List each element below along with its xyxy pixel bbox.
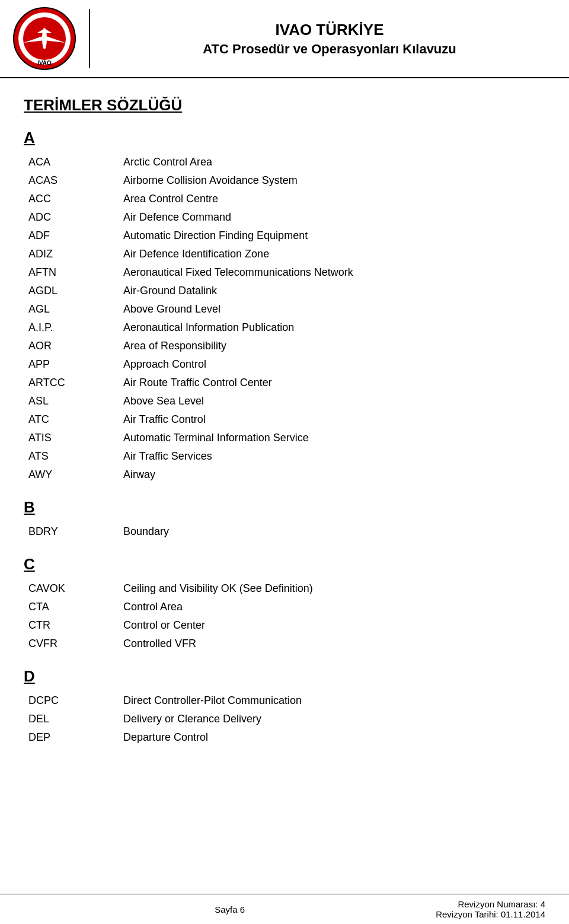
- abbreviation: ACAS: [24, 171, 119, 190]
- table-row: ATCAir Traffic Control: [24, 410, 545, 429]
- table-row: AWYAirway: [24, 466, 545, 484]
- abbreviation: ADC: [24, 208, 119, 227]
- acronym-table-d: DCPCDirect Controller-Pilot Communicatio…: [24, 692, 545, 747]
- table-row: BDRYBoundary: [24, 522, 545, 541]
- acronym-table-b: BDRYBoundary: [24, 522, 545, 541]
- table-row: ACAArctic Control Area: [24, 153, 545, 171]
- abbreviation: ASL: [24, 392, 119, 410]
- abbreviation: CVFR: [24, 635, 119, 653]
- abbreviation: AGDL: [24, 282, 119, 300]
- header: IVAO IVAO TÜRKİYE ATC Prosedür ve Operas…: [0, 0, 569, 78]
- definition: Above Sea Level: [119, 392, 545, 410]
- page: IVAO IVAO TÜRKİYE ATC Prosedür ve Operas…: [0, 0, 569, 924]
- definition: Control Area: [119, 598, 545, 616]
- abbreviation: BDRY: [24, 522, 119, 541]
- definition: Approach Control: [119, 355, 545, 374]
- abbreviation: ADIZ: [24, 245, 119, 263]
- footer-revision: Revizyon Numarası: 4 Revizyon Tarihi: 01…: [436, 899, 545, 919]
- letter-heading-a: A: [24, 129, 545, 147]
- table-row: CVFRControlled VFR: [24, 635, 545, 653]
- header-title-line1: IVAO TÜRKİYE: [102, 21, 557, 39]
- letter-heading-b: B: [24, 498, 545, 517]
- abbreviation: ATIS: [24, 429, 119, 447]
- abbreviation: CAVOK: [24, 579, 119, 598]
- definition: Aeronautical Information Publication: [119, 318, 545, 337]
- table-row: ATSAir Traffic Services: [24, 447, 545, 466]
- table-row: A.I.P.Aeronautical Information Publicati…: [24, 318, 545, 337]
- main-content: TERİMLER SÖZLÜĞÜ AACAArctic Control Area…: [0, 78, 569, 924]
- header-title-block: IVAO TÜRKİYE ATC Prosedür ve Operasyonla…: [102, 21, 557, 57]
- definition: Direct Controller-Pilot Communication: [119, 692, 545, 710]
- abbreviation: CTA: [24, 598, 119, 616]
- definition: Aeronautical Fixed Telecommunications Ne…: [119, 263, 545, 282]
- abbreviation: ADF: [24, 227, 119, 245]
- table-row: ASLAbove Sea Level: [24, 392, 545, 410]
- definition: Airway: [119, 466, 545, 484]
- definition: Air Defence Command: [119, 208, 545, 227]
- abbreviation: ATC: [24, 410, 119, 429]
- acronym-table-a: ACAArctic Control AreaACASAirborne Colli…: [24, 153, 545, 484]
- abbreviation: AFTN: [24, 263, 119, 282]
- abbreviation: AGL: [24, 300, 119, 318]
- definition: Air Traffic Control: [119, 410, 545, 429]
- abbreviation: AOR: [24, 337, 119, 355]
- svg-text:IVAO: IVAO: [37, 60, 52, 66]
- definition: Delivery or Clerance Delivery: [119, 710, 545, 728]
- table-row: AFTNAeronautical Fixed Telecommunication…: [24, 263, 545, 282]
- table-row: AGDLAir-Ground Datalink: [24, 282, 545, 300]
- revision-date: Revizyon Tarihi: 01.11.2014: [436, 909, 545, 919]
- definition: Ceiling and Visibility OK (See Definitio…: [119, 579, 545, 598]
- table-row: AORArea of Responsibility: [24, 337, 545, 355]
- definition: Departure Control: [119, 728, 545, 747]
- definition: Control or Center: [119, 616, 545, 635]
- definition: Airborne Collision Avoidance System: [119, 171, 545, 190]
- table-row: DCPCDirect Controller-Pilot Communicatio…: [24, 692, 545, 710]
- table-row: ADFAutomatic Direction Finding Equipment: [24, 227, 545, 245]
- table-row: DELDelivery or Clerance Delivery: [24, 710, 545, 728]
- definition: Area Control Centre: [119, 190, 545, 208]
- definition: Air Traffic Services: [119, 447, 545, 466]
- definition: Boundary: [119, 522, 545, 541]
- abbreviation: APP: [24, 355, 119, 374]
- table-row: CTAControl Area: [24, 598, 545, 616]
- table-row: DEPDeparture Control: [24, 728, 545, 747]
- abbreviation: AWY: [24, 466, 119, 484]
- definition: Air-Ground Datalink: [119, 282, 545, 300]
- definition: Arctic Control Area: [119, 153, 545, 171]
- definition: Air Route Traffic Control Center: [119, 374, 545, 392]
- letter-heading-c: C: [24, 555, 545, 573]
- abbreviation: A.I.P.: [24, 318, 119, 337]
- definition: Area of Responsibility: [119, 337, 545, 355]
- revision-number: Revizyon Numarası: 4: [436, 899, 545, 909]
- table-row: ADIZAir Defence Identification Zone: [24, 245, 545, 263]
- footer: Sayfa 6 Revizyon Numarası: 4 Revizyon Ta…: [0, 894, 569, 924]
- logo: IVAO: [12, 6, 77, 71]
- table-row: ADCAir Defence Command: [24, 208, 545, 227]
- abbreviation: ARTCC: [24, 374, 119, 392]
- definition: Automatic Terminal Information Service: [119, 429, 545, 447]
- letter-heading-d: D: [24, 667, 545, 686]
- table-row: ACCArea Control Centre: [24, 190, 545, 208]
- footer-page-label: Sayfa 6: [24, 904, 436, 915]
- table-row: APPApproach Control: [24, 355, 545, 374]
- table-row: ACASAirborne Collision Avoidance System: [24, 171, 545, 190]
- abbreviation: DEP: [24, 728, 119, 747]
- acronym-table-c: CAVOKCeiling and Visibility OK (See Defi…: [24, 579, 545, 653]
- abbreviation: ATS: [24, 447, 119, 466]
- abbreviation: DEL: [24, 710, 119, 728]
- abbreviation: DCPC: [24, 692, 119, 710]
- table-row: ARTCCAir Route Traffic Control Center: [24, 374, 545, 392]
- definition: Controlled VFR: [119, 635, 545, 653]
- definition: Automatic Direction Finding Equipment: [119, 227, 545, 245]
- abbreviation: ACA: [24, 153, 119, 171]
- abbreviation: ACC: [24, 190, 119, 208]
- abbreviation: CTR: [24, 616, 119, 635]
- table-row: ATISAutomatic Terminal Information Servi…: [24, 429, 545, 447]
- table-row: CTRControl or Center: [24, 616, 545, 635]
- table-row: AGLAbove Ground Level: [24, 300, 545, 318]
- page-heading: TERİMLER SÖZLÜĞÜ: [24, 96, 545, 114]
- header-title-line2: ATC Prosedür ve Operasyonları Kılavuzu: [102, 42, 557, 57]
- header-divider: [89, 9, 90, 68]
- sections-container: AACAArctic Control AreaACASAirborne Coll…: [24, 129, 545, 747]
- definition: Above Ground Level: [119, 300, 545, 318]
